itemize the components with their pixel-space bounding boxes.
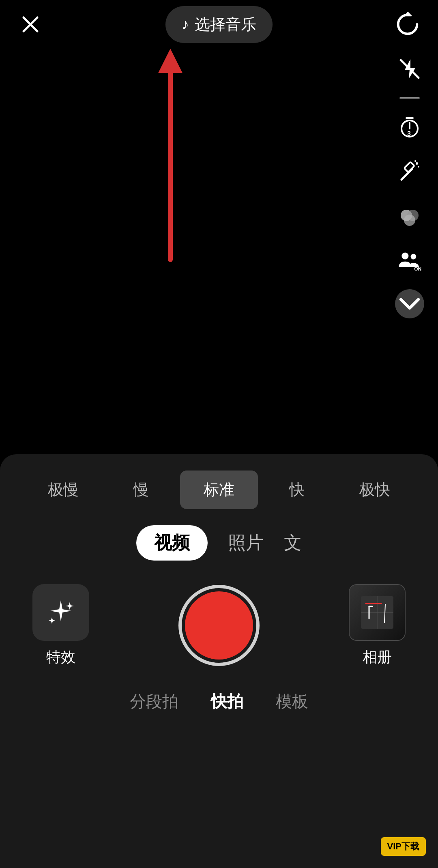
- bottom-tabs: 分段拍 快拍 模板: [130, 690, 308, 729]
- tab-template[interactable]: 模板: [276, 690, 308, 713]
- flash-off-icon[interactable]: [393, 53, 426, 85]
- ar-icon[interactable]: ON: [393, 245, 426, 277]
- record-button[interactable]: [178, 585, 260, 666]
- mode-selector: 视频 照片 文: [136, 525, 302, 561]
- effects-icon-bg: [32, 584, 89, 641]
- album-button[interactable]: 相册: [349, 584, 406, 667]
- timer-icon[interactable]: 3: [393, 111, 426, 143]
- svg-point-10: [418, 166, 419, 168]
- music-select-button[interactable]: ♪ 选择音乐: [165, 6, 273, 43]
- speed-very-fast[interactable]: 极快: [336, 471, 414, 509]
- mode-photo[interactable]: 照片: [228, 531, 264, 555]
- svg-point-16: [411, 254, 417, 260]
- sparkle-icon: [45, 596, 77, 629]
- music-note-icon: ♪: [182, 16, 189, 33]
- album-label: 相册: [363, 647, 392, 667]
- capture-row: 特效: [0, 577, 438, 674]
- tab-quick[interactable]: 快拍: [211, 690, 243, 713]
- effects-button[interactable]: 特效: [32, 584, 89, 667]
- speed-fast[interactable]: 快: [258, 471, 336, 509]
- svg-text:3: 3: [407, 130, 411, 137]
- close-button[interactable]: [16, 10, 45, 39]
- svg-point-9: [416, 162, 418, 165]
- viewfinder: [0, 0, 438, 454]
- watermark: VIP下载: [381, 837, 426, 856]
- speed-slow[interactable]: 慢: [102, 471, 180, 509]
- music-button-label: 选择音乐: [195, 14, 256, 35]
- right-sidebar: 3 ON: [393, 53, 426, 318]
- filter-icon[interactable]: [393, 200, 426, 232]
- svg-point-15: [402, 252, 408, 259]
- album-preview-icon: [357, 592, 397, 633]
- svg-rect-8: [404, 162, 414, 172]
- speed-standard[interactable]: 标准: [180, 471, 258, 509]
- album-thumb-inner: [350, 585, 405, 640]
- album-thumbnail: [349, 584, 406, 641]
- sidebar-divider: [399, 97, 420, 99]
- record-button-inner: [185, 591, 253, 660]
- svg-point-14: [404, 215, 415, 226]
- mode-text[interactable]: 文: [284, 531, 302, 555]
- mode-video[interactable]: 视频: [136, 525, 208, 561]
- speed-selector: 极慢 慢 标准 快 极快: [0, 454, 438, 517]
- svg-text:ON: ON: [414, 266, 421, 272]
- more-button[interactable]: [395, 289, 424, 318]
- svg-point-11: [414, 160, 416, 162]
- bottom-controls: 极慢 慢 标准 快 极快 视频 照片 文 特效: [0, 454, 438, 868]
- refresh-button[interactable]: [393, 10, 422, 39]
- speed-very-slow[interactable]: 极慢: [24, 471, 102, 509]
- effects-label: 特效: [46, 647, 75, 667]
- top-bar: ♪ 选择音乐: [0, 0, 438, 49]
- beautify-icon[interactable]: [393, 155, 426, 188]
- tab-segment[interactable]: 分段拍: [130, 690, 178, 713]
